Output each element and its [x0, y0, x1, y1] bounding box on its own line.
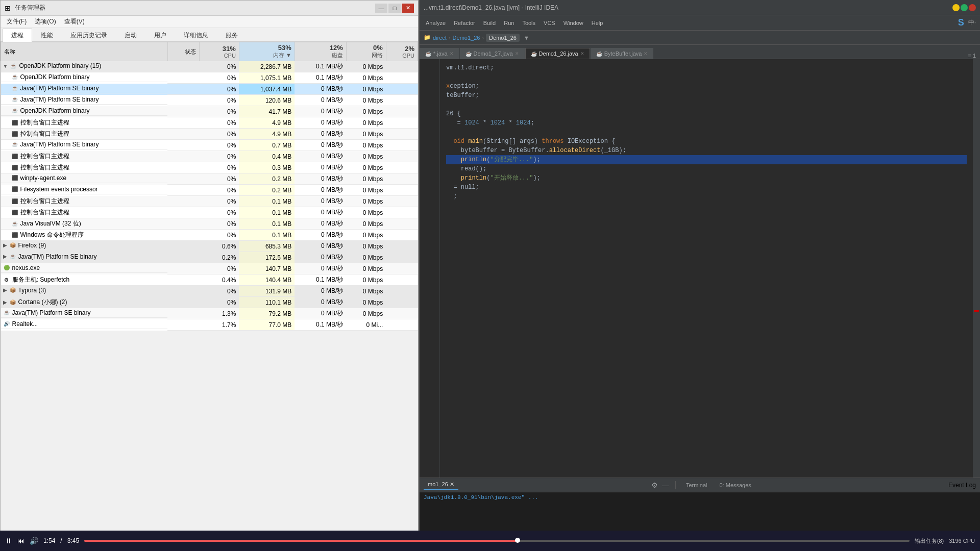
tm-minimize-button[interactable]: — — [375, 4, 387, 13]
process-memory: 2,286.7 MB — [239, 61, 295, 72]
tm-close-button[interactable]: ✕ — [402, 4, 414, 13]
ij-nav-demo126-btn[interactable]: Demo1_26 — [486, 34, 520, 42]
ij-close-button[interactable] — [969, 4, 976, 11]
tm-tab-apphistory[interactable]: 应用历史记录 — [62, 29, 116, 42]
col-header-disk[interactable]: 12% 磁盘 — [295, 42, 346, 61]
process-memory: 41.7 MB — [239, 106, 295, 117]
ij-tab-close-demo126[interactable]: ✕ — [580, 51, 584, 56]
ij-tab-close-demo127[interactable]: ✕ — [515, 51, 519, 56]
video-play-button[interactable]: ⏸ — [5, 537, 12, 545]
process-status — [167, 218, 199, 230]
tm-tab-users[interactable]: 用户 — [145, 29, 175, 42]
video-progress-fill — [84, 540, 518, 542]
tm-tab-services[interactable]: 服务 — [217, 29, 247, 42]
ij-tab-close-bytebuffer[interactable]: ✕ — [644, 51, 648, 56]
process-cpu: 0% — [200, 218, 239, 230]
process-gpu — [386, 72, 418, 84]
cpu-pct: 31% — [223, 45, 236, 53]
col-header-name[interactable]: 名称 — [1, 42, 168, 61]
process-gpu — [386, 106, 418, 117]
table-row: ⬛ winpty-agent.exe 0% 0.2 MB 0 MB/秒 0 Mb… — [1, 173, 418, 185]
ij-toolbar-build[interactable]: Build — [481, 19, 498, 27]
ij-toolbar-vcs[interactable]: VCS — [542, 19, 557, 27]
ij-bottom-tab-messages[interactable]: 0: Messages — [715, 481, 755, 489]
ij-breadcrumb-demo126[interactable]: Demo1_26 — [453, 35, 480, 41]
video-progress-bar[interactable] — [84, 540, 910, 542]
col-header-network[interactable]: 0% 网络 — [346, 42, 386, 61]
tm-tab-performance[interactable]: 性能 — [32, 29, 62, 42]
ij-tab-close-java-wildcard[interactable]: ✕ — [450, 51, 454, 56]
ij-terminal-line-1: Java\jdk1.8.0_91\bin\java.exe" ... — [424, 494, 976, 500]
ij-scroll-map[interactable] — [973, 59, 980, 478]
process-name-cell: ⬛ Windows 命令处理程序 — [1, 230, 168, 241]
ij-sougou-icon: S — [958, 17, 964, 28]
tm-tab-startup[interactable]: 启动 — [116, 29, 145, 42]
ij-tab-demo126[interactable]: ☕ Demo1_26.java ✕ — [525, 48, 590, 59]
ij-toolbar-refactor[interactable]: Refactor — [452, 19, 477, 27]
ij-code-content[interactable]: vm.t1.direct; xception; teBuffer; 26 { =… — [440, 59, 973, 478]
col-header-cpu[interactable]: 31% CPU — [200, 42, 239, 61]
ij-toolbar-run[interactable]: Run — [502, 19, 516, 27]
tm-menu-file[interactable]: 文件(F) — [3, 16, 31, 27]
ij-toolbar-tools[interactable]: Tools — [520, 19, 537, 27]
ij-bottom-tab-terminal[interactable]: Terminal — [682, 481, 712, 489]
process-network: 0 Mbps — [346, 129, 386, 140]
process-disk: 0 MB/秒 — [295, 185, 346, 196]
process-network: 0 Mbps — [346, 84, 386, 95]
process-disk: 0 MB/秒 — [295, 263, 346, 274]
process-name-label: Cortana (小娜) (2) — [18, 298, 67, 307]
video-volume-button[interactable]: 🔊 — [30, 537, 38, 545]
video-total-time: 3:45 — [67, 537, 79, 544]
ij-settings-icon[interactable]: ⚙ — [651, 481, 658, 489]
process-memory: 0.1 MB — [239, 230, 295, 241]
process-gpu — [386, 162, 418, 173]
process-disk: 0 MB/秒 — [295, 308, 346, 319]
process-memory: 110.1 MB — [239, 297, 295, 308]
video-prev-button[interactable]: ⏮ — [17, 537, 24, 545]
tm-title-icon: ⊞ — [5, 4, 11, 12]
mem-pct: 53% — [278, 44, 291, 52]
code-line-14: = null; — [446, 183, 967, 192]
process-network: 0 Mbps — [346, 173, 386, 185]
tm-tab-process[interactable]: 进程 — [3, 29, 32, 42]
tm-menu-options[interactable]: 选项(O) — [31, 16, 60, 27]
col-header-memory[interactable]: 53% 内存 ▼ — [239, 42, 295, 61]
ij-terminal-minimize-icon[interactable]: — — [662, 481, 669, 489]
tm-maximize-button[interactable]: □ — [388, 4, 401, 13]
process-disk: 0 MB/秒 — [295, 95, 346, 106]
table-row: ☕ Java(TM) Platform SE binary 0% 1,037.4… — [1, 84, 418, 95]
ij-breadcrumb-direct[interactable]: direct — [433, 35, 447, 41]
process-disk: 0 MB/秒 — [295, 297, 346, 308]
process-icon: ⬛ — [11, 209, 18, 216]
process-status — [167, 263, 199, 274]
ij-toolbar-analyze[interactable]: Analyze — [424, 19, 448, 27]
col-header-status[interactable]: 状态 — [167, 42, 199, 61]
process-name-label: 控制台窗口主进程 — [20, 118, 69, 127]
tm-menu-view[interactable]: 查看(V) — [60, 16, 89, 27]
process-cpu: 0.2% — [200, 252, 239, 263]
ij-minimize-button[interactable] — [952, 4, 960, 11]
video-current-time: 1:54 — [43, 537, 55, 544]
ij-event-log-btn[interactable]: Event Log — [948, 482, 976, 489]
process-disk: 0 MB/秒 — [295, 286, 346, 297]
ij-toolbar-window[interactable]: Window — [561, 19, 585, 27]
process-cpu: 0% — [200, 196, 239, 207]
tm-tab-details[interactable]: 详细信息 — [175, 29, 217, 42]
process-name-cell: ☕ Java(TM) Platform SE binary — [1, 308, 168, 318]
ij-tab-overflow[interactable]: ≡ 1 — [964, 53, 980, 59]
video-time-sep: / — [60, 537, 62, 544]
process-status — [167, 252, 199, 263]
ij-tab-java-wildcard[interactable]: ☕ *.java ✕ — [420, 48, 459, 59]
ij-tab-bytebuffer[interactable]: ☕ ByteBuffer.java ✕ — [591, 48, 654, 59]
process-disk: 0 MB/秒 — [295, 230, 346, 241]
ij-maximize-button[interactable] — [961, 4, 968, 11]
ij-toolbar-help[interactable]: Help — [590, 19, 605, 27]
process-icon: ⚙ — [3, 276, 10, 283]
ij-tab-demo127[interactable]: ☕ Demo1_27.java ✕ — [460, 48, 525, 59]
code-line-7: = 1024 * 1024 * 1024; — [446, 118, 967, 128]
col-header-gpu[interactable]: 2% GPU — [386, 42, 418, 61]
process-cpu: 0% — [200, 140, 239, 151]
ij-terminal-tab-run[interactable]: mo1_26 ✕ — [424, 480, 458, 490]
process-status — [167, 162, 199, 173]
ij-nav-dropdown-icon[interactable]: ▼ — [524, 35, 529, 41]
